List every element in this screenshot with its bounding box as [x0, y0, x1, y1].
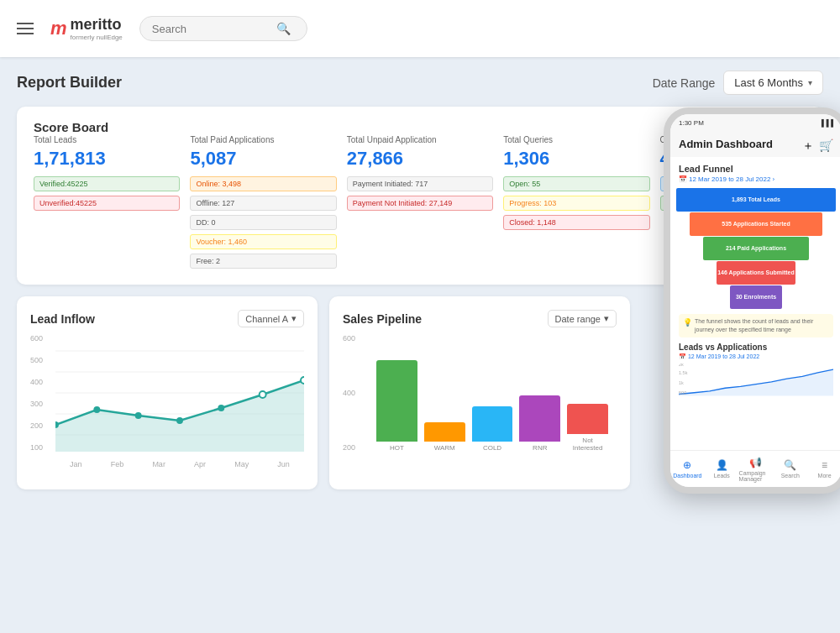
- charts-row: Lead Inflow Channel A ▾ 6005004003002001…: [17, 296, 630, 489]
- mini-chart: 500 1k 1.5k 2k: [679, 364, 833, 397]
- logo-icon: m: [50, 18, 67, 39]
- bar-chart-area: 600400200 HOTWARMCOLDRNRNot Interested: [343, 334, 617, 468]
- bars-inner: HOTWARMCOLDRNRNot Interested: [368, 334, 617, 452]
- logo-name: meritto: [71, 16, 122, 33]
- svg-point-9: [176, 417, 183, 424]
- score-col-2: Total Unpaid Application 27,866 Payment …: [347, 135, 493, 271]
- search-input[interactable]: [152, 23, 270, 35]
- phone-nav-title: Admin Dashboard: [679, 138, 773, 150]
- navbar: m meritto formerly nullEdge 🔍: [0, 0, 840, 57]
- lead-inflow-header: Lead Inflow Channel A ▾: [30, 310, 304, 327]
- phone-battery: ▐▐▐: [819, 119, 833, 127]
- phone-content: Lead Funnel 📅 12 Mar 2019 to 28 Jul 2022…: [670, 157, 840, 458]
- bar-group: RNR: [519, 395, 560, 452]
- phone-mockup: 1:30 PM ▐▐▐ Admin Dashboard ＋ 🛒 Lead Fun…: [664, 107, 840, 494]
- svg-point-8: [135, 412, 142, 419]
- svg-text:1.5k: 1.5k: [679, 369, 688, 374]
- header-row: Report Builder Date Range Last 6 Months …: [17, 71, 823, 95]
- date-range-area: Date Range Last 6 Months ▾: [653, 71, 823, 95]
- funnel-level: 214 Paid Applications: [703, 237, 809, 260]
- search-icon: 🔍: [276, 22, 291, 35]
- date-range-value: Last 6 Months: [734, 76, 803, 89]
- svg-point-12: [301, 377, 304, 384]
- x-axis-labels: JanFebMarAprMayJun: [55, 460, 304, 468]
- hamburger-menu[interactable]: [17, 23, 34, 34]
- phone-cart-icon[interactable]: 🛒: [819, 139, 833, 154]
- score-col-0: Total Leads 1,71,813 Verified:45225Unver…: [34, 135, 180, 271]
- chevron-down-icon: ▾: [291, 313, 297, 324]
- funnel-level: 535 Applications Started: [690, 212, 822, 236]
- sales-pipeline-card: Sales Pipeline Date range ▾ 600400200 HO…: [329, 296, 630, 489]
- bar-group: COLD: [472, 406, 513, 452]
- score-col-3: Total Queries 1,306 Open: 55Progress: 10…: [503, 135, 649, 271]
- phone-nav-item-search[interactable]: 🔍Search: [773, 459, 807, 479]
- svg-point-11: [260, 391, 266, 398]
- score-board-title: Score Board: [34, 120, 108, 134]
- phone-nav-item-leads[interactable]: 👤Leads: [705, 459, 739, 479]
- bar-group: HOT: [376, 360, 417, 453]
- lead-funnel-title: Lead Funnel: [679, 164, 833, 174]
- lead-inflow-title: Lead Inflow: [30, 312, 95, 326]
- funnel-container: 1,893 Total Leads535 Applications Starte…: [679, 188, 833, 309]
- chevron-down-icon: ▾: [808, 78, 812, 87]
- phone-add-icon[interactable]: ＋: [802, 139, 814, 154]
- funnel-level: 146 Applications Submitted: [717, 261, 795, 285]
- logo: m meritto formerly nullEdge: [50, 16, 123, 41]
- funnel-level: 30 Enrolments: [730, 285, 782, 309]
- sales-pipeline-header: Sales Pipeline Date range ▾: [343, 310, 617, 327]
- page-title: Report Builder: [17, 74, 122, 92]
- chevron-down-icon: ▾: [604, 313, 609, 324]
- phone-bottom-nav: ⊕Dashboard👤Leads📢Campaign Manager🔍Search…: [670, 450, 840, 487]
- lead-inflow-card: Lead Inflow Channel A ▾ 6005004003002001…: [17, 296, 318, 489]
- date-range-label: Date Range: [653, 76, 716, 90]
- leads-vs-apps-date[interactable]: 📅 12 Mar 2019 to 28 Jul 2022: [679, 353, 833, 360]
- phone-nav-item-campaign-manager[interactable]: 📢Campaign Manager: [739, 457, 774, 482]
- lead-funnel-date[interactable]: 📅 12 Mar 2019 to 28 Jul 2022 ›: [679, 175, 833, 183]
- y-axis-labels: 600500400300200100: [30, 334, 54, 452]
- phone-status-bar: 1:30 PM ▐▐▐: [670, 114, 840, 131]
- search-bar[interactable]: 🔍: [139, 16, 307, 41]
- funnel-info: 💡 The funnel shows the count of leads an…: [679, 314, 833, 337]
- svg-point-7: [93, 406, 100, 413]
- phone-nav-item-more[interactable]: ≡More: [807, 459, 840, 479]
- line-chart-inner: [55, 334, 304, 452]
- funnel-level: 1,893 Total Leads: [676, 188, 836, 212]
- score-col-1: Total Paid Applications 5,087 Online: 3,…: [190, 135, 336, 271]
- main-content: Report Builder Date Range Last 6 Months …: [0, 57, 840, 503]
- sales-pipeline-dropdown[interactable]: Date range ▾: [548, 310, 617, 327]
- svg-marker-5: [55, 380, 304, 452]
- lead-inflow-chart-area: 600500400300200100: [30, 334, 304, 468]
- logo-sub: formerly nullEdge: [71, 34, 123, 41]
- lead-inflow-dropdown[interactable]: Channel A ▾: [238, 310, 304, 327]
- date-range-button[interactable]: Last 6 Months ▾: [723, 71, 823, 95]
- svg-text:2k: 2k: [679, 364, 684, 367]
- sales-pipeline-title: Sales Pipeline: [343, 312, 422, 326]
- phone-nav-item-dashboard[interactable]: ⊕Dashboard: [670, 459, 705, 479]
- svg-text:500: 500: [679, 390, 686, 395]
- svg-point-10: [218, 405, 224, 411]
- bar-y-labels: 600400200: [343, 334, 366, 452]
- phone-time: 1:30 PM: [679, 119, 704, 127]
- bar-group: Not Interested: [567, 404, 608, 452]
- leads-vs-apps-title: Leads vs Applications: [679, 343, 833, 352]
- bar-group: WARM: [424, 422, 465, 452]
- svg-text:1k: 1k: [679, 379, 684, 385]
